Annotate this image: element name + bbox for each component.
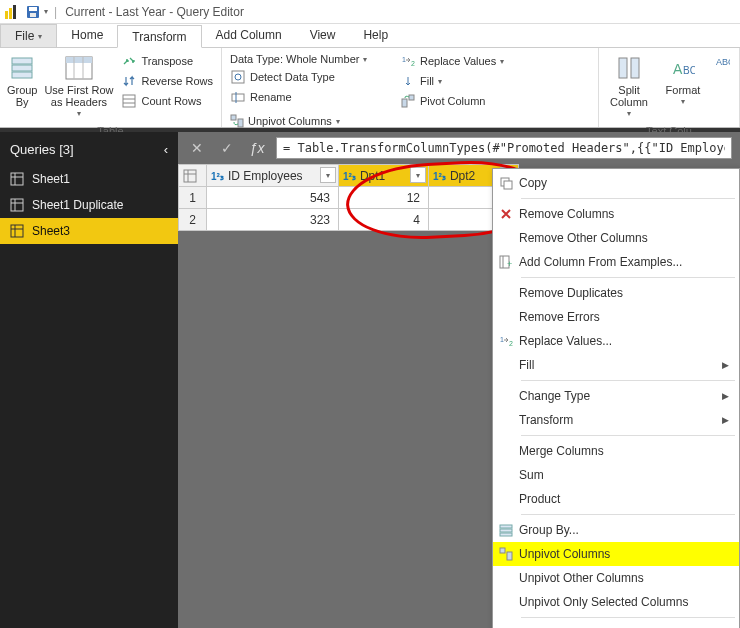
svg-point-17 — [235, 74, 241, 80]
menu-item[interactable]: Move▶ — [493, 621, 739, 628]
menu-item[interactable]: Transform▶ — [493, 408, 739, 432]
menu-item[interactable]: Sum — [493, 463, 739, 487]
menu-item-label: Unpivot Only Selected Columns — [519, 595, 733, 609]
unpivot-icon — [230, 113, 244, 129]
column-header[interactable]: 1²₃ID Employees▾ — [207, 165, 339, 187]
menu-item-label: Remove Other Columns — [519, 231, 733, 245]
menu-item[interactable]: Product — [493, 487, 739, 511]
svg-text:ABC: ABC — [716, 57, 730, 67]
menu-separator — [521, 380, 735, 381]
menu-item-label: Remove Columns — [519, 207, 733, 221]
menu-item-label: Replace Values... — [519, 334, 733, 348]
menu-item[interactable]: Merge Columns — [493, 439, 739, 463]
menu-item[interactable]: Change Type▶ — [493, 384, 739, 408]
menu-item[interactable]: Copy — [493, 171, 739, 195]
menu-item[interactable]: 12Replace Values... — [493, 329, 739, 353]
reverse-rows-button[interactable]: Reverse Rows — [119, 72, 215, 90]
row-number[interactable]: 2 — [179, 209, 207, 231]
menu-item[interactable]: Remove Other Columns — [493, 226, 739, 250]
query-item[interactable]: Sheet1 — [0, 166, 178, 192]
split-column-button[interactable]: Split Column▾ — [605, 52, 653, 119]
transpose-button[interactable]: Transpose — [119, 52, 215, 70]
table-header-icon — [65, 54, 93, 82]
title-bar: ▾ | Current - Last Year - Query Editor — [0, 0, 740, 24]
menu-item[interactable]: Unpivot Only Selected Columns — [493, 590, 739, 614]
menu-item-label: Product — [519, 492, 733, 506]
svg-rect-24 — [231, 115, 236, 120]
svg-rect-25 — [238, 119, 243, 127]
detect-data-type-button[interactable]: Detect Data Type — [228, 68, 388, 86]
rename-icon — [230, 89, 246, 105]
menu-item[interactable]: Remove Errors — [493, 305, 739, 329]
queries-header[interactable]: Queries [3] ‹ — [0, 132, 178, 166]
window-title: Current - Last Year - Query Editor — [59, 5, 244, 19]
query-item[interactable]: Sheet1 Duplicate — [0, 192, 178, 218]
menu-item[interactable]: Fill▶ — [493, 353, 739, 377]
column-header-selected[interactable]: 1²₃Dpt1▾ — [339, 165, 429, 187]
tab-help[interactable]: Help — [349, 24, 402, 47]
menu-item[interactable]: Unpivot Columns — [493, 542, 739, 566]
menu-separator — [521, 198, 735, 199]
unpivot-button[interactable]: Unpivot Columns ▾ — [228, 112, 338, 130]
qat-dropdown-icon[interactable]: ▾ — [44, 7, 48, 16]
table-row[interactable]: 1 543 12 — [179, 187, 519, 209]
fill-icon — [400, 73, 416, 89]
menu-item[interactable]: Remove Columns — [493, 202, 739, 226]
svg-rect-4 — [29, 7, 37, 11]
cancel-formula-button[interactable]: ✕ — [186, 137, 208, 159]
accept-formula-button[interactable]: ✓ — [216, 137, 238, 159]
format-button[interactable]: ABC Format▾ — [659, 52, 707, 107]
svg-rect-43 — [184, 170, 196, 182]
table-corner[interactable] — [179, 165, 207, 187]
filter-dropdown-icon[interactable]: ▾ — [410, 167, 426, 183]
svg-rect-5 — [30, 13, 36, 17]
group-by-button[interactable]: Group By — [6, 52, 38, 108]
svg-rect-34 — [11, 173, 23, 185]
cell[interactable]: 323 — [207, 209, 339, 231]
tab-transform[interactable]: Transform — [117, 25, 201, 48]
menu-item[interactable]: Unpivot Other Columns — [493, 566, 739, 590]
menu-item-label: Transform — [519, 413, 722, 427]
menu-item-label: Add Column From Examples... — [519, 255, 733, 269]
tab-add-column[interactable]: Add Column — [202, 24, 296, 47]
count-rows-button[interactable]: Count Rows — [119, 92, 215, 110]
group-by-icon — [8, 54, 36, 82]
tab-view[interactable]: View — [296, 24, 350, 47]
formula-input[interactable] — [276, 137, 732, 159]
fill-button[interactable]: Fill ▾ — [398, 72, 508, 90]
svg-rect-8 — [12, 72, 32, 78]
submenu-arrow-icon: ▶ — [722, 415, 733, 425]
save-icon[interactable] — [26, 5, 40, 19]
menu-item[interactable]: Remove Duplicates — [493, 281, 739, 305]
replace-values-button[interactable]: 12Replace Values ▾ — [398, 52, 508, 70]
row-number[interactable]: 1 — [179, 187, 207, 209]
svg-text:BC: BC — [683, 65, 695, 76]
menu-item-label: Copy — [519, 176, 733, 190]
submenu-arrow-icon: ▶ — [722, 360, 733, 370]
text-btn-1[interactable]: ABC — [713, 52, 733, 70]
menu-item[interactable]: +Add Column From Examples... — [493, 250, 739, 274]
query-item-selected[interactable]: Sheet3 — [0, 218, 178, 244]
rename-button[interactable]: Rename — [228, 88, 388, 106]
submenu-arrow-icon: ▶ — [722, 391, 733, 401]
tab-home[interactable]: Home — [57, 24, 117, 47]
menu-separator — [521, 435, 735, 436]
svg-text:+: + — [507, 259, 512, 269]
tab-file[interactable]: File ▾ — [0, 24, 57, 47]
queries-pane: Queries [3] ‹ Sheet1 Sheet1 Duplicate Sh… — [0, 132, 178, 628]
svg-rect-7 — [12, 65, 32, 71]
menu-separator — [521, 514, 735, 515]
use-first-row-button[interactable]: Use First Row as Headers▾ — [44, 52, 113, 119]
collapse-icon[interactable]: ‹ — [164, 142, 168, 157]
svg-rect-37 — [11, 199, 23, 211]
context-menu: CopyRemove ColumnsRemove Other Columns+A… — [492, 168, 740, 628]
fx-icon[interactable]: ƒx — [246, 137, 268, 159]
data-type-button[interactable]: Data Type: Whole Number ▾ — [228, 52, 388, 66]
cell[interactable]: 12 — [339, 187, 429, 209]
cell[interactable]: 4 — [339, 209, 429, 231]
table-row[interactable]: 2 323 4 — [179, 209, 519, 231]
filter-dropdown-icon[interactable]: ▾ — [320, 167, 336, 183]
menu-item[interactable]: Group By... — [493, 518, 739, 542]
cell[interactable]: 543 — [207, 187, 339, 209]
pivot-button[interactable]: Pivot Column — [398, 92, 508, 110]
